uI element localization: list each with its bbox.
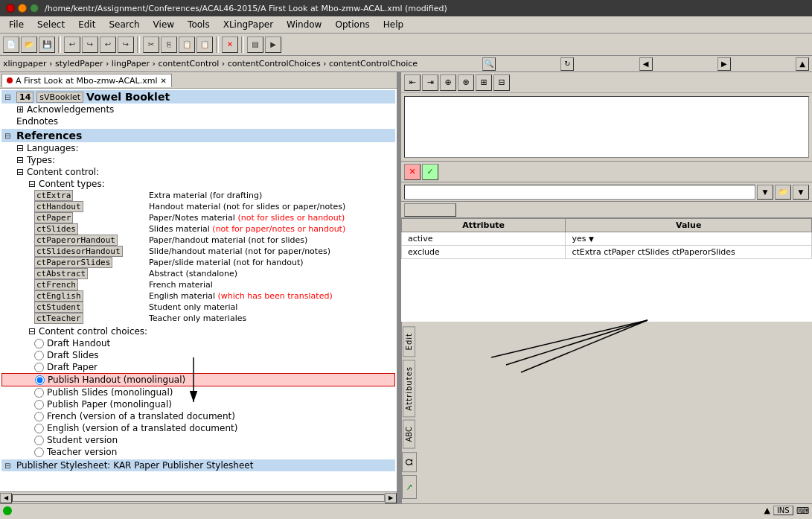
content-type-row[interactable]: ctEnglishEnglish material (which has bee…: [31, 290, 392, 302]
attrs-cancel-btn[interactable]: ✕: [404, 164, 421, 180]
breadcrumb-up-btn[interactable]: ▲: [796, 57, 809, 71]
paste-button[interactable]: 📋: [179, 36, 195, 53]
attr-row[interactable]: excludectExtra ctPaper ctSlides ctPapero…: [402, 246, 812, 259]
content-type-row[interactable]: ctFrenchFrench material: [31, 279, 392, 290]
right-edit-area[interactable]: [404, 96, 809, 158]
content-type-row[interactable]: ctPaperorSlidesPaper/slide material (not…: [31, 257, 392, 268]
content-type-row[interactable]: ctHandoutHandout material (not for slide…: [31, 201, 392, 212]
languages-label: Languages:: [27, 143, 79, 153]
menu-edit[interactable]: Edit: [72, 18, 101, 31]
tab-edit[interactable]: Edit: [403, 326, 415, 357]
choice-radio-item[interactable]: Publish Slides (monolingual): [1, 386, 395, 398]
choices-header[interactable]: ⊟ Content control choices:: [1, 325, 395, 337]
horizontal-scrollbar[interactable]: [12, 494, 385, 502]
tab-close-icon[interactable]: ✕: [161, 77, 167, 85]
maximize-button[interactable]: [30, 4, 39, 13]
menu-tools[interactable]: Tools: [182, 18, 216, 31]
content-type-row[interactable]: ctExtraExtra material (for drafting): [31, 190, 392, 201]
view2-button[interactable]: ▶: [265, 36, 281, 53]
scroll-left-btn[interactable]: ◀: [0, 493, 12, 503]
menu-window[interactable]: Window: [281, 18, 327, 31]
minimize-button[interactable]: [18, 4, 27, 13]
menu-xlingpaper[interactable]: XLingPaper: [217, 18, 279, 31]
undo2-button[interactable]: ↩: [100, 36, 116, 53]
attr-dropdown-btn[interactable]: ▼: [757, 185, 773, 200]
rt-btn1[interactable]: ⇤: [404, 74, 421, 91]
breadcrumb-forward-btn[interactable]: ▶: [717, 57, 731, 71]
breadcrumb-nav-btn[interactable]: 🔍: [482, 57, 496, 71]
booklet-title: Vowel Booklet: [86, 91, 170, 103]
choice-radio-item[interactable]: Publish Paper (monolingual): [1, 398, 395, 410]
close-button[interactable]: [6, 4, 15, 13]
content-type-row[interactable]: ctPaperPaper/Notes material (not for sli…: [31, 212, 392, 223]
menu-select[interactable]: Select: [31, 18, 71, 31]
content-type-row[interactable]: ctSlidesorHandoutSlide/handout material …: [31, 246, 392, 257]
rt-btn5[interactable]: ⊞: [476, 74, 492, 91]
dropdown-arrow[interactable]: ▼: [589, 235, 594, 243]
open-button[interactable]: 📂: [21, 36, 37, 53]
choice-radio-item[interactable]: Teacher version: [1, 446, 395, 458]
scroll-right-btn[interactable]: ▶: [385, 493, 397, 503]
rt-btn3[interactable]: ⊕: [440, 74, 456, 91]
content-type-row[interactable]: ctSlidesSlides material (not for paper/n…: [31, 223, 392, 235]
choice-radio-item[interactable]: Draft Paper: [1, 361, 395, 373]
choice-radio-item[interactable]: English (version of a translated documen…: [1, 422, 395, 434]
booklet-header[interactable]: ⊟ 14 sVBooklet Vowel Booklet: [1, 90, 395, 104]
content-types-header[interactable]: ⊟ Content types:: [1, 178, 395, 190]
toolbar-separator-2: [137, 36, 140, 53]
attr-folder-btn[interactable]: 📁: [775, 185, 791, 200]
languages-item[interactable]: ⊟ Languages:: [1, 142, 395, 154]
content-type-row[interactable]: ctStudentStudent only material: [31, 302, 392, 313]
references-header[interactable]: ⊟ References: [1, 129, 395, 142]
attr-row[interactable]: activeyes ▼: [402, 232, 812, 246]
menu-options[interactable]: Options: [329, 18, 375, 31]
attrs-breadcrumb-nav[interactable]: [404, 203, 456, 217]
window-controls[interactable]: [6, 4, 39, 13]
tab-attributes[interactable]: Attributes: [403, 360, 415, 417]
paste2-button[interactable]: 📋: [196, 36, 213, 53]
menu-view[interactable]: View: [147, 18, 180, 31]
redo2-button[interactable]: ↪: [118, 36, 134, 53]
choice-radio-item[interactable]: Student version: [1, 434, 395, 446]
delete-button[interactable]: ✕: [222, 36, 238, 53]
breadcrumb-back-btn[interactable]: ◀: [639, 57, 653, 71]
content-type-row[interactable]: ctPaperorHandoutPaper/handout material (…: [31, 235, 392, 246]
document-tab[interactable]: A First Look at Mbo-zmw-ACAL.xml ✕: [1, 74, 172, 87]
content-type-row[interactable]: ctAbstractAbstract (standalone): [31, 268, 392, 279]
choice-radio-item[interactable]: Draft Slides: [1, 349, 395, 361]
tab-check[interactable]: ✓: [402, 475, 417, 499]
acknowledgements-item[interactable]: ⊞ Acknowledgements: [1, 104, 395, 115]
menu-file[interactable]: File: [3, 18, 30, 31]
tab-icon-abc[interactable]: ABC: [403, 420, 415, 449]
cut-button[interactable]: ✂: [143, 36, 159, 53]
right-content: ⇤ ⇥ ⊕ ⊗ ⊞ ⊟ ✕ ✓: [401, 72, 812, 322]
breadcrumb-refresh-btn[interactable]: ↻: [560, 57, 574, 71]
choice-radio-item[interactable]: Publish Handout (monolingual): [1, 373, 395, 386]
types-item[interactable]: ⊟ Types:: [1, 154, 395, 166]
choices-expand-icon: ⊟: [28, 326, 36, 337]
undo-button[interactable]: ↩: [64, 36, 80, 53]
rt-btn2[interactable]: ⇥: [422, 74, 438, 91]
new-button[interactable]: 📄: [3, 36, 19, 53]
view-button[interactable]: ▤: [247, 36, 263, 53]
copy-button[interactable]: ⎘: [161, 36, 177, 53]
tab-dot: [7, 77, 13, 83]
choice-radio-item[interactable]: French (version of a translated document…: [1, 410, 395, 422]
publisher-header[interactable]: ⊟ Publisher Stylesheet: KAR Paper Publis…: [1, 459, 395, 471]
redo-button[interactable]: ↪: [82, 36, 98, 53]
tab-omega[interactable]: Ω: [402, 452, 417, 472]
attrs-ok-btn[interactable]: ✓: [422, 164, 438, 180]
scroll-up-arrow[interactable]: ▲: [764, 506, 770, 515]
save-button[interactable]: 💾: [39, 36, 55, 53]
rt-btn4[interactable]: ⊗: [458, 74, 474, 91]
attr-input[interactable]: [404, 185, 755, 200]
endnotes-item[interactable]: Endnotes: [1, 115, 395, 127]
menu-search[interactable]: Search: [103, 18, 145, 31]
choice-radio-item[interactable]: Draft Handout: [1, 337, 395, 349]
menu-help[interactable]: Help: [377, 18, 409, 31]
right-toolbar-row1: ⇤ ⇥ ⊕ ⊗ ⊞ ⊟: [401, 72, 812, 93]
rt-btn6[interactable]: ⊟: [493, 74, 510, 91]
content-type-row[interactable]: ctTeacherTeacher only materiales: [31, 313, 392, 324]
attr-more-btn[interactable]: ▼: [793, 185, 809, 200]
content-control-item[interactable]: ⊟ Content control:: [1, 166, 395, 178]
